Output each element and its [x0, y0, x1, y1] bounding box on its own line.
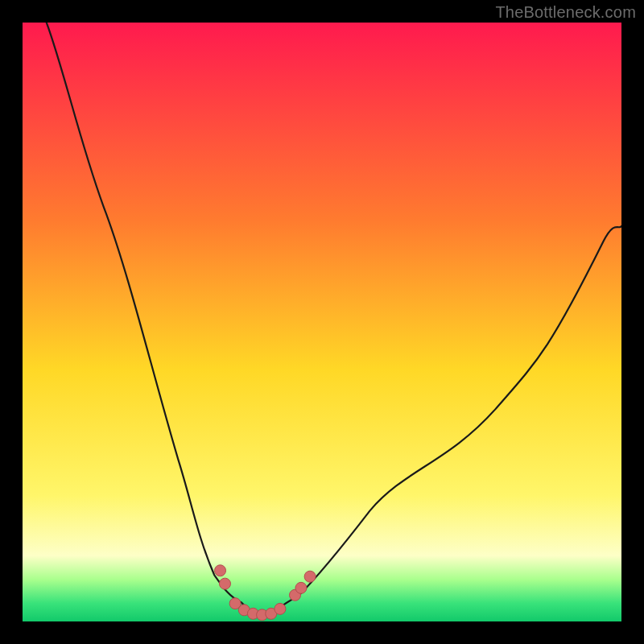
chart-svg [23, 23, 621, 621]
gradient-background [23, 23, 621, 621]
marker-point [219, 578, 230, 589]
marker-point [304, 571, 316, 582]
watermark-text: TheBottleneck.com [495, 3, 636, 22]
marker-point [215, 565, 226, 576]
chart-frame: TheBottleneck.com [0, 0, 644, 644]
marker-point [275, 603, 286, 614]
plot-area [23, 23, 621, 621]
marker-point [295, 582, 307, 593]
